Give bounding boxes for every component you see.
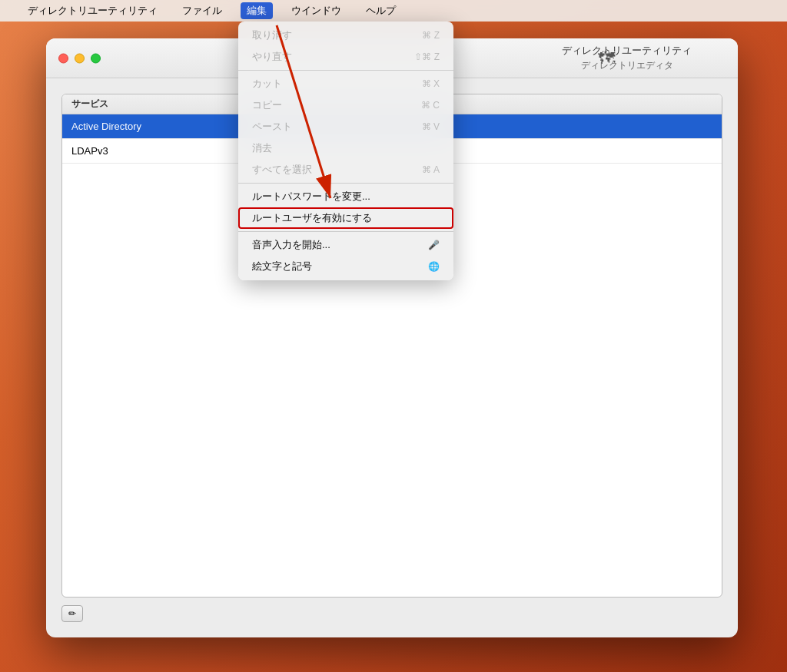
minimize-button[interactable] xyxy=(75,53,85,63)
pencil-icon: ✏ xyxy=(68,608,76,619)
menu-item-copy[interactable]: コピー ⌘ C xyxy=(238,94,453,116)
menu-item-change-root-password[interactable]: ルートパスワードを変更... xyxy=(238,186,453,207)
menu-edit[interactable]: 編集 xyxy=(241,2,273,19)
menu-item-select-all[interactable]: すべてを選択 ⌘ A xyxy=(238,159,453,180)
menu-file[interactable]: ファイル xyxy=(176,2,228,19)
close-button[interactable] xyxy=(58,53,68,63)
menu-item-cut[interactable]: カット ⌘ X xyxy=(238,73,453,94)
menu-help[interactable]: ヘルプ xyxy=(360,2,402,19)
menu-window[interactable]: ウインドウ xyxy=(285,2,347,19)
menu-separator-1 xyxy=(238,70,453,71)
title-area: 🗺 ディレクトリユーティリティ ディレクトリエディタ xyxy=(562,38,692,78)
menu-item-redo[interactable]: やり直す ⇧⌘ Z xyxy=(238,46,453,68)
menu-bar: ディレクトリユーティリティ ファイル 編集 ウインドウ ヘルプ xyxy=(0,0,787,22)
globe-icon: 🌐 xyxy=(428,261,440,272)
microphone-icon: 🎤 xyxy=(428,240,440,250)
menu-separator-3 xyxy=(238,231,453,232)
menu-item-delete[interactable]: 消去 xyxy=(238,137,453,159)
menu-item-undo[interactable]: 取り消す ⌘ Z xyxy=(238,25,453,46)
menu-app-name[interactable]: ディレクトリユーティリティ xyxy=(22,2,164,19)
menu-item-emoji[interactable]: 絵文字と記号 🌐 xyxy=(238,256,453,277)
edit-dropdown-menu: 取り消す ⌘ Z やり直す ⇧⌘ Z カット ⌘ X コピー ⌘ C ペースト … xyxy=(238,22,453,280)
zoom-button[interactable] xyxy=(91,53,101,63)
menu-item-paste[interactable]: ペースト ⌘ V xyxy=(238,116,453,137)
window-subtitle: ディレクトリエディタ xyxy=(581,59,673,72)
menu-item-enable-root-user[interactable]: ルートユーザを有効にする xyxy=(238,207,453,229)
window-title: ディレクトリユーティリティ xyxy=(562,44,692,58)
traffic-lights xyxy=(58,53,101,63)
toolbar-map-icon: 🗺 xyxy=(598,48,615,68)
edit-pencil-button[interactable]: ✏ xyxy=(61,605,83,622)
menu-separator-2 xyxy=(238,183,453,184)
menu-item-voice-input[interactable]: 音声入力を開始... 🎤 xyxy=(238,234,453,256)
bottom-bar: ✏ xyxy=(61,605,722,622)
